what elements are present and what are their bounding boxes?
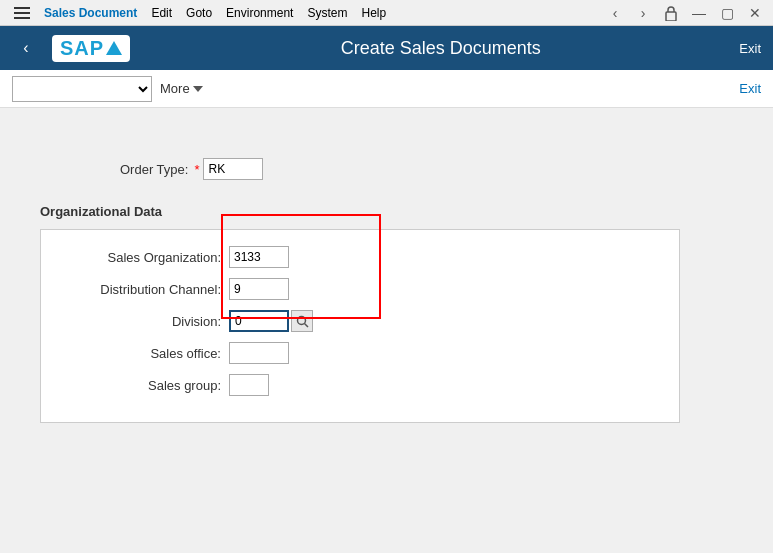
dist-channel-row: Distribution Channel: xyxy=(61,278,659,300)
page-title: Create Sales Documents xyxy=(142,38,739,59)
sap-logo-diamond xyxy=(106,41,122,55)
division-search-button[interactable] xyxy=(291,310,313,332)
nav-close-icon[interactable]: ✕ xyxy=(745,3,765,23)
menu-goto[interactable]: Goto xyxy=(180,4,218,22)
more-button[interactable]: More xyxy=(160,81,203,96)
org-data-box: Sales Organization: Distribution Channel… xyxy=(40,229,680,423)
sales-org-label: Sales Organization: xyxy=(61,250,221,265)
more-label: More xyxy=(160,81,190,96)
more-chevron-icon xyxy=(193,86,203,92)
division-row: Division: xyxy=(61,310,659,332)
hamburger-menu[interactable] xyxy=(8,3,36,23)
svg-point-1 xyxy=(297,316,305,324)
sales-office-input[interactable] xyxy=(229,342,289,364)
header-exit-button[interactable]: Exit xyxy=(739,41,761,56)
sales-group-input[interactable] xyxy=(229,374,269,396)
search-icon xyxy=(296,315,309,328)
sales-group-label: Sales group: xyxy=(61,378,221,393)
org-section-title: Organizational Data xyxy=(40,204,733,219)
toolbar-exit-button[interactable]: Exit xyxy=(739,81,761,96)
svg-rect-0 xyxy=(666,12,676,21)
main-content: Order Type: * Organizational Data Sales … xyxy=(0,108,773,553)
division-input[interactable] xyxy=(229,310,289,332)
menu-sales-document[interactable]: Sales Document xyxy=(38,4,143,22)
sales-org-row: Sales Organization: xyxy=(61,246,659,268)
svg-line-2 xyxy=(304,323,308,327)
sales-office-row: Sales office: xyxy=(61,342,659,364)
nav-maximize-icon[interactable]: ▢ xyxy=(717,3,737,23)
division-label: Division: xyxy=(61,314,221,329)
sales-group-row: Sales group: xyxy=(61,374,659,396)
menu-help[interactable]: Help xyxy=(355,4,392,22)
order-type-label: Order Type: xyxy=(120,162,188,177)
order-type-required: * xyxy=(194,162,199,177)
header-bar: ‹ SAP Create Sales Documents Exit xyxy=(0,26,773,70)
toolbar: More Exit xyxy=(0,70,773,108)
header-back-button[interactable]: ‹ xyxy=(12,34,40,62)
cursor-area xyxy=(40,128,733,158)
nav-back-icon[interactable]: ‹ xyxy=(605,3,625,23)
order-type-row: Order Type: * xyxy=(120,158,733,180)
menu-bar: Sales Document Edit Goto Environment Sys… xyxy=(0,0,773,26)
menu-system[interactable]: System xyxy=(301,4,353,22)
dist-channel-input[interactable] xyxy=(229,278,289,300)
toolbar-select[interactable] xyxy=(12,76,152,102)
menu-environment[interactable]: Environment xyxy=(220,4,299,22)
order-type-input[interactable] xyxy=(203,158,263,180)
red-outline-area xyxy=(229,246,289,268)
sales-office-label: Sales office: xyxy=(61,346,221,361)
sap-logo-text: SAP xyxy=(60,37,104,60)
sap-logo: SAP xyxy=(52,35,130,62)
nav-lock-icon xyxy=(661,3,681,23)
sales-org-input[interactable] xyxy=(229,246,289,268)
nav-minimize-icon[interactable]: — xyxy=(689,3,709,23)
dist-channel-label: Distribution Channel: xyxy=(61,282,221,297)
menu-edit[interactable]: Edit xyxy=(145,4,178,22)
nav-forward-icon[interactable]: › xyxy=(633,3,653,23)
